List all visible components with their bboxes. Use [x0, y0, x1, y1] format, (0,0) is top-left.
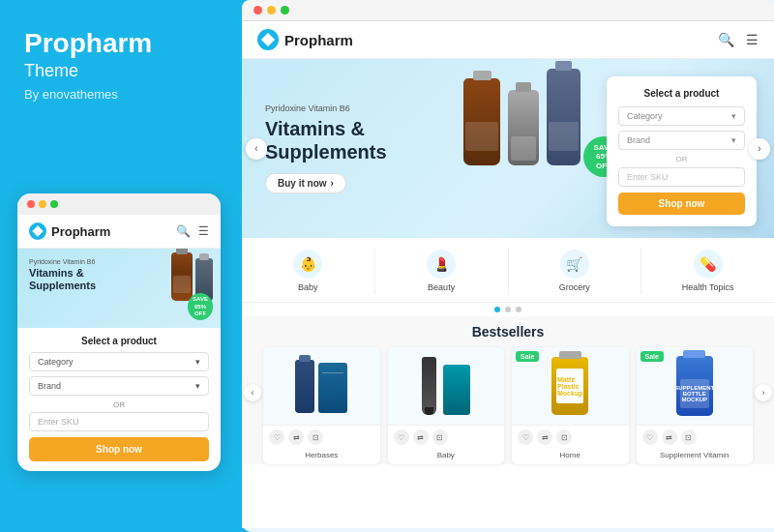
category-grocery[interactable]: 🛒 Grocery — [509, 248, 642, 294]
mobile-menu-icon[interactable]: ☰ — [198, 224, 209, 238]
dot-2[interactable] — [505, 307, 511, 312]
category-health[interactable]: 💊 Health Topics — [641, 248, 774, 294]
product-img-supplement: Sale SUPPLEMENTBOTTLEMOCKUP — [637, 347, 754, 425]
desktop-nav-icons: 🔍 ☰ — [718, 32, 759, 47]
hero-buy-button[interactable]: Buy it now › — [265, 173, 346, 193]
bestsellers-section: Bestsellers ‹ — [242, 316, 774, 464]
wishlist-btn-supplement[interactable]: ♡ — [642, 429, 658, 445]
product-card-supplement: Sale SUPPLEMENTBOTTLEMOCKUP ♡ ⇄ ⊡ — [637, 347, 754, 464]
cart-btn-supplement[interactable]: ⊡ — [681, 429, 697, 445]
dot-green — [50, 200, 58, 208]
dot-1[interactable] — [494, 307, 500, 312]
prod-dropper-baby — [422, 357, 436, 415]
wishlist-btn-baby[interactable]: ♡ — [394, 429, 409, 445]
by-line: By enovathemes — [24, 87, 213, 102]
browser-dot-yellow — [267, 6, 276, 15]
mobile-select-area: Select a product Category ▾ Brand ▾ OR E… — [17, 328, 221, 471]
mobile-sku-input[interactable]: Enter SKU — [29, 412, 209, 431]
product-actions-baby: ♡ ⇄ ⊡ — [388, 425, 505, 449]
desktop-brand-select[interactable]: Brand ▾ — [618, 131, 745, 150]
desktop-content: Propharm 🔍 ☰ Pyridoxine Vitamin B6 Vitam… — [242, 21, 774, 528]
mobile-brand-chevron: ▾ — [195, 381, 200, 391]
health-icon: 💊 — [694, 250, 723, 279]
mobile-select-title: Select a product — [29, 336, 209, 346]
product-name-supplement: Supplement Vitamin — [637, 449, 754, 464]
baby-label: Baby — [298, 282, 318, 292]
health-label: Health Topics — [682, 282, 734, 292]
yellow-label: MattePlasticMockup — [556, 369, 583, 403]
compare-btn-supplement[interactable]: ⇄ — [662, 429, 677, 445]
desktop-sku-input[interactable]: Enter SKU — [618, 167, 745, 187]
desktop-menu-icon[interactable]: ☰ — [746, 32, 759, 47]
product-name-baby: Baby — [388, 449, 505, 464]
mobile-nav-icons: 🔍 ☰ — [176, 224, 209, 238]
prod-bottle-supplement: SUPPLEMENTBOTTLEMOCKUP — [676, 356, 713, 416]
desktop-logo-text: Propharm — [284, 32, 353, 48]
compare-btn-herbases[interactable]: ⇄ — [288, 429, 304, 445]
dot-red — [27, 200, 35, 208]
prod-box-baby — [443, 365, 470, 415]
prod-box-herbases — [318, 363, 347, 413]
desktop-search-icon[interactable]: 🔍 — [718, 32, 734, 47]
desktop-shop-button[interactable]: Shop now — [618, 192, 745, 215]
desktop-category-label: Category — [627, 111, 663, 121]
dot-3[interactable] — [516, 307, 521, 312]
grocery-label: Grocery — [559, 282, 590, 292]
hero-side-card: Select a product Category ▾ Brand ▾ OR E… — [607, 76, 757, 226]
mobile-browser-dots — [17, 193, 221, 215]
hero-prev-button[interactable]: ‹ — [246, 138, 267, 160]
cart-btn-home[interactable]: ⊡ — [556, 429, 572, 445]
category-beauty[interactable]: 💄 Beauty — [375, 248, 509, 294]
product-name-home: Home — [512, 449, 629, 464]
products-next-button[interactable]: › — [755, 384, 772, 401]
hero-buy-arrow: › — [331, 178, 334, 189]
mobile-category-label: Category — [38, 357, 74, 367]
mobile-shop-button[interactable]: Shop now — [29, 437, 209, 461]
desktop-hero: Pyridoxine Vitamin B6 Vitamins &Suppleme… — [242, 59, 774, 238]
product-img-home: Sale MattePlasticMockup — [512, 347, 629, 425]
mobile-brand-label: Brand — [38, 381, 61, 391]
bottle-label-3 — [549, 122, 579, 151]
desktop-category-select[interactable]: Category ▾ — [618, 106, 745, 126]
desktop-logo: Propharm — [257, 29, 353, 50]
hero-bottle-2 — [508, 90, 539, 165]
category-baby[interactable]: 👶 Baby — [242, 248, 375, 294]
mobile-search-icon[interactable]: 🔍 — [176, 224, 191, 238]
desktop-brand-label: Brand — [627, 135, 650, 145]
product-card-home: Sale MattePlasticMockup ♡ ⇄ ⊡ Home — [512, 347, 629, 464]
product-img-herbases — [263, 347, 380, 425]
browser-dot-green — [281, 6, 289, 15]
desktop-category-chevron: ▾ — [731, 111, 736, 121]
compare-btn-baby[interactable]: ⇄ — [413, 429, 429, 445]
wishlist-btn-herbases[interactable]: ♡ — [269, 429, 284, 445]
mobile-brand-select[interactable]: Brand ▾ — [29, 376, 209, 396]
cart-btn-baby[interactable]: ⊡ — [432, 429, 448, 445]
prod-bottle-home: MattePlasticMockup — [551, 357, 588, 415]
sale-badge-home: Sale — [516, 351, 539, 362]
wishlist-btn-home[interactable]: ♡ — [518, 429, 533, 445]
product-card-baby: ♡ ⇄ ⊡ Baby — [388, 347, 505, 464]
hero-bottle-1 — [463, 78, 500, 165]
product-actions-herbases: ♡ ⇄ ⊡ — [263, 425, 380, 449]
mobile-category-chevron: ▾ — [195, 357, 200, 367]
brand-subtitle: Theme — [24, 61, 213, 81]
beauty-icon: 💄 — [427, 250, 456, 279]
mobile-category-select[interactable]: Category ▾ — [29, 352, 209, 371]
logo-diamond — [261, 33, 275, 46]
cart-btn-herbases[interactable]: ⊡ — [308, 429, 323, 445]
desktop-logo-icon — [257, 29, 279, 50]
carousel-dots — [242, 303, 774, 316]
hero-bottles — [463, 69, 580, 165]
baby-icon: 👶 — [293, 250, 322, 279]
product-img-baby — [388, 347, 505, 425]
mobile-logo-text: Propharm — [51, 224, 110, 239]
products-prev-button[interactable]: ‹ — [244, 384, 261, 401]
compare-btn-home[interactable]: ⇄ — [537, 429, 552, 445]
products-row: ♡ ⇄ ⊡ Herbases — [242, 347, 774, 464]
product-actions-home: ♡ ⇄ ⊡ — [512, 425, 629, 449]
sale-badge-supplement: Sale — [640, 351, 664, 362]
hero-next-button[interactable]: › — [749, 138, 770, 160]
desktop-nav: Propharm 🔍 ☰ — [242, 21, 774, 59]
mobile-hero: Pyridoxine Vitamin B6 Vitamins &Suppleme… — [17, 249, 221, 328]
hero-buy-label: Buy it now — [278, 178, 327, 189]
